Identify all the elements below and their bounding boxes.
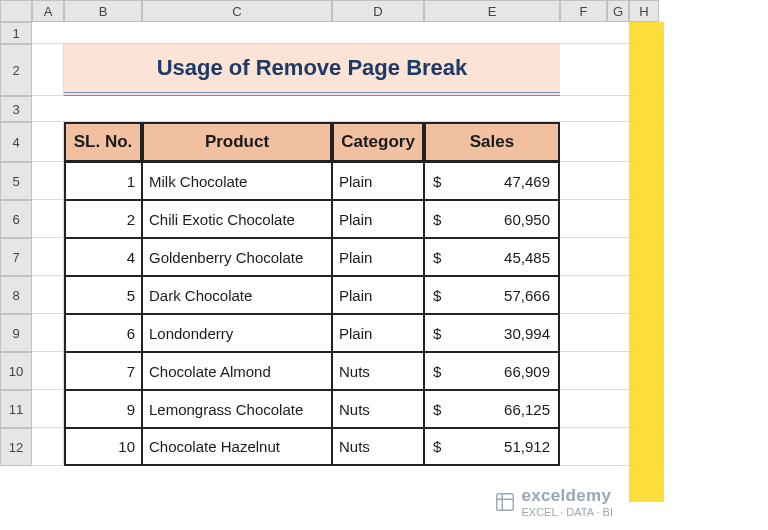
col-header-b[interactable]: B — [64, 0, 142, 22]
cell[interactable] — [32, 200, 64, 238]
table-cell-product[interactable]: Dark Chocolate — [142, 276, 332, 314]
row-header-6[interactable]: 6 — [0, 200, 32, 238]
sales-value: 60,950 — [504, 211, 550, 228]
table-cell-sales[interactable]: $47,469 — [424, 162, 560, 200]
col-header-f[interactable]: F — [560, 0, 607, 22]
row-header-2[interactable]: 2 — [0, 44, 32, 96]
col-header-e[interactable]: E — [424, 0, 560, 22]
table-header-category[interactable]: Category — [332, 122, 424, 162]
cell[interactable] — [32, 162, 64, 200]
table-cell-sl[interactable]: 6 — [64, 314, 142, 352]
cell[interactable] — [32, 352, 64, 390]
cell[interactable] — [32, 96, 659, 122]
row-header-1[interactable]: 1 — [0, 22, 32, 44]
sales-value: 57,666 — [504, 287, 550, 304]
table-cell-sl[interactable]: 4 — [64, 238, 142, 276]
watermark-name: exceldemy — [522, 486, 614, 506]
sales-value: 51,912 — [504, 438, 550, 455]
table-cell-category[interactable]: Plain — [332, 276, 424, 314]
col-header-c[interactable]: C — [142, 0, 332, 22]
select-all-corner[interactable] — [0, 0, 32, 22]
sales-value: 45,485 — [504, 249, 550, 266]
table-cell-category[interactable]: Nuts — [332, 428, 424, 466]
cell[interactable] — [32, 238, 64, 276]
sales-value: 47,469 — [504, 173, 550, 190]
table-cell-sl[interactable]: 10 — [64, 428, 142, 466]
row-header-11[interactable]: 11 — [0, 390, 32, 428]
table-cell-category[interactable]: Nuts — [332, 390, 424, 428]
row-header-9[interactable]: 9 — [0, 314, 32, 352]
table-cell-product[interactable]: Lemongrass Chocolate — [142, 390, 332, 428]
col-header-a[interactable]: A — [32, 0, 64, 22]
watermark-tag: EXCEL · DATA · BI — [522, 506, 614, 518]
row-header-5[interactable]: 5 — [0, 162, 32, 200]
table-cell-category[interactable]: Nuts — [332, 352, 424, 390]
table-cell-product[interactable]: Chili Exotic Chocolate — [142, 200, 332, 238]
col-header-d[interactable]: D — [332, 0, 424, 22]
row-header-7[interactable]: 7 — [0, 238, 32, 276]
table-cell-sl[interactable]: 9 — [64, 390, 142, 428]
table-cell-sales[interactable]: $66,909 — [424, 352, 560, 390]
sales-value: 66,125 — [504, 401, 550, 418]
table-header-sales[interactable]: Sales — [424, 122, 560, 162]
table-cell-product[interactable]: Londonderry — [142, 314, 332, 352]
table-cell-sl[interactable]: 5 — [64, 276, 142, 314]
row-header-10[interactable]: 10 — [0, 352, 32, 390]
sales-value: 66,909 — [504, 363, 550, 380]
table-cell-product[interactable]: Milk Chocolate — [142, 162, 332, 200]
table-cell-sales[interactable]: $66,125 — [424, 390, 560, 428]
cell[interactable] — [32, 44, 64, 96]
table-cell-product[interactable]: Chocolate Almond — [142, 352, 332, 390]
col-header-g[interactable]: G — [607, 0, 629, 22]
cell[interactable] — [32, 22, 659, 44]
cell[interactable] — [32, 428, 64, 466]
col-header-h[interactable]: H — [629, 0, 659, 22]
table-cell-category[interactable]: Plain — [332, 314, 424, 352]
watermark: exceldemy EXCEL · DATA · BI — [494, 486, 614, 518]
title-cell[interactable]: Usage of Remove Page Break — [64, 44, 560, 96]
logo-icon — [494, 491, 516, 513]
row-header-3[interactable]: 3 — [0, 96, 32, 122]
table-cell-sl[interactable]: 2 — [64, 200, 142, 238]
sales-value: 30,994 — [504, 325, 550, 342]
table-cell-sales[interactable]: $57,666 — [424, 276, 560, 314]
table-cell-product[interactable]: Chocolate Hazelnut — [142, 428, 332, 466]
table-cell-sl[interactable]: 7 — [64, 352, 142, 390]
cell[interactable] — [32, 276, 64, 314]
currency-symbol: $ — [433, 438, 441, 455]
table-cell-sales[interactable]: $45,485 — [424, 238, 560, 276]
table-cell-product[interactable]: Goldenberry Chocolate — [142, 238, 332, 276]
table-cell-sales[interactable]: $51,912 — [424, 428, 560, 466]
cell[interactable] — [32, 122, 64, 162]
currency-symbol: $ — [433, 401, 441, 418]
currency-symbol: $ — [433, 363, 441, 380]
table-cell-sales[interactable]: $60,950 — [424, 200, 560, 238]
table-cell-sl[interactable]: 1 — [64, 162, 142, 200]
table-cell-category[interactable]: Plain — [332, 162, 424, 200]
table-header-sl[interactable]: SL. No. — [64, 122, 142, 162]
row-header-8[interactable]: 8 — [0, 276, 32, 314]
currency-symbol: $ — [433, 325, 441, 342]
table-cell-category[interactable]: Plain — [332, 200, 424, 238]
currency-symbol: $ — [433, 249, 441, 266]
column-highlight — [629, 22, 664, 502]
row-header-12[interactable]: 12 — [0, 428, 32, 466]
currency-symbol: $ — [433, 287, 441, 304]
currency-symbol: $ — [433, 211, 441, 228]
table-cell-sales[interactable]: $30,994 — [424, 314, 560, 352]
svg-rect-0 — [496, 494, 513, 511]
currency-symbol: $ — [433, 173, 441, 190]
table-cell-category[interactable]: Plain — [332, 238, 424, 276]
cell[interactable] — [32, 314, 64, 352]
table-header-product[interactable]: Product — [142, 122, 332, 162]
row-header-4[interactable]: 4 — [0, 122, 32, 162]
cell[interactable] — [32, 390, 64, 428]
